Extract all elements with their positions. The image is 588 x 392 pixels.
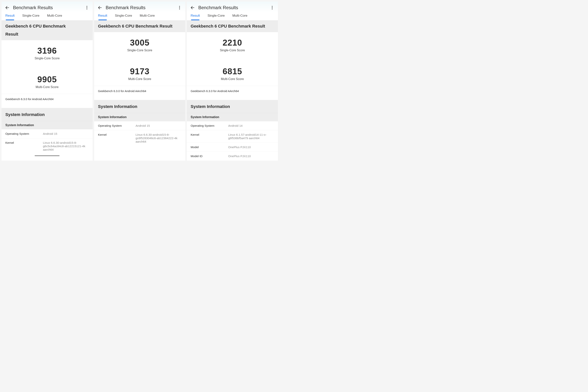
system-info-title: System Information [94, 100, 185, 113]
sys-row-kernel: Kernel Linux 6.6.30-android15-8-g6c5c64a… [2, 138, 93, 154]
benchmark-title: Geekbench 6 CPU Benchmark Result [94, 20, 185, 32]
sys-row-kernel: Kernel Linux 6.1.57-android14-11-o-g6f53… [187, 130, 278, 142]
benchmark-title-cont: Result [2, 30, 93, 40]
back-arrow-icon[interactable] [5, 5, 10, 10]
sys-val-kernel: Linux 6.1.57-android14-11-o-g6f536bf5a47… [228, 133, 274, 140]
single-core-score: 2210 [187, 38, 278, 48]
back-arrow-icon[interactable] [98, 5, 102, 10]
page-title: Benchmark Results [106, 5, 177, 10]
tab-result[interactable]: Result [98, 14, 107, 20]
svg-point-2 [86, 7, 87, 8]
tab-result[interactable]: Result [5, 14, 14, 20]
tab-single-core[interactable]: Single-Core [208, 14, 225, 20]
system-info-subheader: System Information [2, 121, 93, 129]
version-text: Geekbench 6.3.0 for Android AArch64 [187, 86, 278, 96]
multi-core-label: Multi-Core Score [187, 77, 278, 81]
multi-core-block: 6815 Multi-Core Score [187, 61, 278, 82]
sys-row-model-id: Model ID OnePlus PJX110 [187, 152, 278, 160]
single-core-block: 3005 Single-Core Score [94, 32, 185, 53]
sys-val-os: Android 15 [136, 124, 182, 128]
version-text: Geekbench 6.3.0 for Android AArch64 [94, 86, 185, 96]
sys-key-os: Operating System [98, 124, 136, 128]
sys-key-model-id: Model ID [191, 154, 228, 158]
svg-point-6 [179, 7, 180, 8]
gesture-handle [35, 155, 60, 156]
multi-core-label: Multi-Core Score [94, 77, 185, 81]
sys-key-kernel: Kernel [5, 141, 43, 144]
benchmark-panel: Benchmark Results Result Single-Core Mul… [2, 2, 93, 160]
svg-point-1 [86, 6, 87, 7]
tab-single-core[interactable]: Single-Core [22, 14, 40, 20]
tab-result[interactable]: Result [191, 14, 200, 20]
more-options-icon[interactable] [177, 5, 182, 10]
sys-row-os: Operating System Android 15 [94, 121, 185, 130]
svg-point-10 [272, 7, 272, 8]
sys-row-os: Operating System Android 15 [2, 129, 93, 138]
system-info-subheader: System Information [187, 113, 278, 121]
svg-point-9 [272, 6, 272, 7]
sys-val-kernel: Linux 6.6.30-android15-8-gc6f5283046c6-a… [136, 133, 182, 143]
page-title: Benchmark Results [13, 5, 84, 10]
single-core-block: 3196 Single-Core Score [2, 40, 93, 61]
sys-key-os: Operating System [191, 124, 228, 128]
benchmark-panel: Benchmark Results Result Single-Core Mul… [94, 2, 185, 160]
app-header: Benchmark Results [94, 2, 185, 12]
multi-core-label: Multi-Core Score [2, 85, 93, 89]
multi-core-score: 9905 [2, 75, 93, 84]
tab-multi-core[interactable]: Multi-Core [140, 14, 155, 20]
sys-key-kernel: Kernel [191, 133, 228, 136]
tab-multi-core[interactable]: Multi-Core [47, 14, 62, 20]
single-core-score: 3196 [2, 46, 93, 56]
app-header: Benchmark Results [2, 2, 93, 12]
sys-val-model-id: OnePlus PJX110 [228, 154, 274, 158]
app-header: Benchmark Results [187, 2, 278, 12]
svg-point-11 [272, 8, 272, 10]
system-info-title: System Information [2, 108, 93, 121]
sys-val-os: Android 15 [43, 132, 89, 136]
sys-key-os: Operating System [5, 132, 43, 136]
sys-val-model: OnePlus PJX110 [228, 146, 274, 149]
multi-core-score: 9173 [94, 66, 185, 76]
tab-bar: Result Single-Core Multi-Core [187, 12, 278, 20]
tab-multi-core[interactable]: Multi-Core [232, 14, 247, 20]
single-core-block: 2210 Single-Core Score [187, 32, 278, 53]
multi-core-block: 9905 Multi-Core Score [2, 69, 93, 90]
system-info-subheader: System Information [94, 113, 185, 121]
sys-val-kernel: Linux 6.6.30-android15-8-g6c5c64ac84c8-a… [43, 141, 89, 152]
benchmark-title: Geekbench 6 CPU Benchmark [2, 20, 93, 30]
sys-row-os: Operating System Android 14 [187, 121, 278, 130]
svg-point-3 [86, 8, 87, 10]
more-options-icon[interactable] [84, 5, 89, 10]
sys-val-os: Android 14 [228, 124, 274, 128]
tab-single-core[interactable]: Single-Core [115, 14, 132, 20]
svg-point-7 [179, 8, 180, 10]
multi-core-score: 6815 [187, 66, 278, 76]
svg-point-5 [179, 6, 180, 7]
single-core-score: 3005 [94, 38, 185, 48]
sys-key-kernel: Kernel [98, 133, 136, 136]
sys-row-model: Model OnePlus PJX110 [187, 142, 278, 152]
more-options-icon[interactable] [270, 5, 274, 10]
single-core-label: Single-Core Score [187, 48, 278, 52]
back-arrow-icon[interactable] [190, 5, 195, 10]
benchmark-title: Geekbench 6 CPU Benchmark Result [187, 20, 278, 32]
sys-row-kernel: Kernel Linux 6.6.30-android15-8-gc6f5283… [94, 130, 185, 146]
version-text: Geekbench 6.3.0 for Android AArch64 [2, 94, 93, 104]
benchmark-panel: Benchmark Results Result Single-Core Mul… [187, 2, 278, 160]
single-core-label: Single-Core Score [94, 48, 185, 52]
page-title: Benchmark Results [198, 5, 270, 10]
tab-bar: Result Single-Core Multi-Core [2, 12, 93, 20]
multi-core-block: 9173 Multi-Core Score [94, 61, 185, 82]
tab-bar: Result Single-Core Multi-Core [94, 12, 185, 20]
sys-key-model: Model [191, 146, 228, 149]
system-info-title: System Information [187, 100, 278, 113]
single-core-label: Single-Core Score [2, 57, 93, 60]
